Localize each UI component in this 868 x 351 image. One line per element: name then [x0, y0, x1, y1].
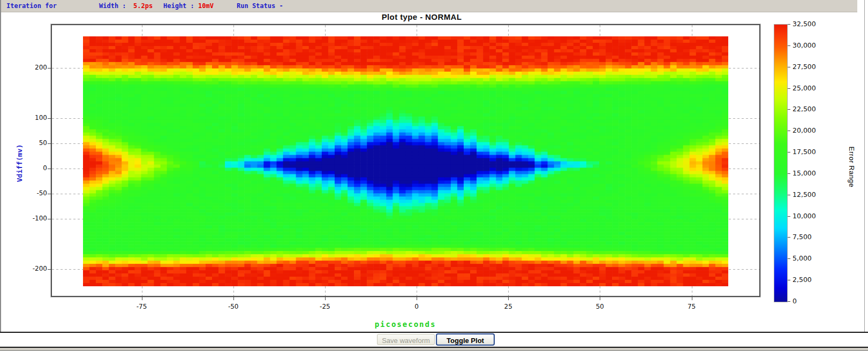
y-tick-mark — [48, 194, 51, 194]
x-tick-mark — [692, 297, 692, 300]
width-label: Width : — [99, 2, 126, 10]
colorbar-tick-label: 7,500 — [792, 233, 827, 241]
colorbar-tick-mark — [788, 301, 790, 302]
page-title: Plot type - NORMAL — [51, 12, 792, 21]
iteration-label: Iteration for — [6, 2, 57, 10]
colorbar — [774, 24, 788, 302]
y-tick-mark — [48, 118, 51, 119]
colorbar-tick-label: 15,000 — [792, 169, 827, 177]
colorbar-tick-label: 2,500 — [792, 276, 827, 284]
colorbar-tick-mark — [788, 258, 790, 259]
x-tick-label: 25 — [492, 303, 524, 310]
colorbar-tick-label: 32,500 — [792, 20, 827, 28]
window-right-border — [864, 0, 865, 351]
colorbar-tick-mark — [788, 237, 790, 238]
save-waveform-button[interactable]: Save waveform — [377, 334, 435, 345]
colorbar-tick-mark — [788, 45, 790, 46]
x-tick-label: 75 — [676, 303, 708, 310]
x-tick-mark — [417, 297, 417, 300]
y-tick-label: 100 — [20, 114, 47, 121]
status-toolbar: Iteration for Width : 5.2ps Height : 10m… — [1, 0, 857, 12]
y-tick-mark — [48, 68, 51, 68]
window-left-border — [0, 0, 1, 351]
colorbar-tick-label: 20,000 — [792, 126, 827, 134]
y-tick-label: -200 — [20, 265, 47, 272]
x-tick-label: 0 — [401, 303, 433, 310]
plot-frame — [51, 24, 760, 297]
colorbar-tick-mark — [788, 131, 790, 131]
window-bottom-strip — [0, 348, 868, 351]
colorbar-tick-label: 22,500 — [792, 105, 827, 113]
button-panel: Save waveform Toggle Plot Type — [0, 332, 868, 348]
height-label: Height : — [163, 2, 194, 10]
colorbar-tick-mark — [788, 216, 790, 217]
y-tick-label: 50 — [20, 139, 47, 147]
x-tick-mark — [600, 297, 600, 300]
y-tick-mark — [48, 269, 51, 270]
x-tick-mark — [142, 297, 142, 300]
x-tick-label: -75 — [126, 303, 158, 310]
colorbar-tick-label: 25,000 — [792, 84, 827, 92]
y-tick-label: 200 — [20, 64, 47, 71]
y-axis-label: Vdiff(mv) — [16, 144, 24, 182]
y-tick-label: 0 — [20, 164, 47, 172]
y-tick-mark — [48, 143, 51, 144]
x-tick-label: -25 — [309, 303, 341, 310]
colorbar-tick-mark — [788, 280, 790, 280]
colorbar-tick-mark — [788, 173, 790, 174]
y-tick-mark — [48, 169, 51, 169]
eye-diagram-heatmap — [52, 25, 759, 296]
y-tick-mark — [48, 219, 51, 219]
height-value: 10mV — [198, 2, 214, 10]
x-axis-label: picoseconds — [375, 320, 436, 329]
width-value: 5.2ps — [133, 2, 153, 10]
colorbar-tick-mark — [788, 24, 790, 25]
colorbar-tick-label: 17,500 — [792, 148, 827, 156]
colorbar-tick-label: 0 — [792, 297, 827, 305]
colorbar-tick-label: 27,500 — [792, 63, 827, 71]
run-status-label: Run Status - — [237, 2, 283, 10]
colorbar-tick-label: 10,000 — [792, 212, 827, 220]
colorbar-tick-mark — [788, 67, 790, 67]
x-tick-mark — [233, 297, 234, 300]
y-tick-label: -50 — [20, 189, 47, 197]
colorbar-tick-mark — [788, 152, 790, 152]
toggle-plot-type-button[interactable]: Toggle Plot Type — [436, 333, 495, 346]
x-tick-mark — [325, 297, 326, 300]
colorbar-tick-mark — [788, 88, 790, 89]
colorbar-tick-label: 30,000 — [792, 41, 827, 49]
colorbar-tick-mark — [788, 109, 790, 110]
colorbar-tick-label: 5,000 — [792, 254, 827, 262]
y-tick-label: -100 — [20, 215, 47, 222]
x-tick-mark — [508, 297, 509, 300]
x-tick-label: -50 — [217, 303, 250, 310]
colorbar-axis-label: Error Range — [848, 147, 856, 187]
colorbar-tick-mark — [788, 195, 790, 195]
colorbar-tick-label: 12,500 — [792, 190, 827, 199]
x-tick-label: 50 — [584, 303, 616, 310]
